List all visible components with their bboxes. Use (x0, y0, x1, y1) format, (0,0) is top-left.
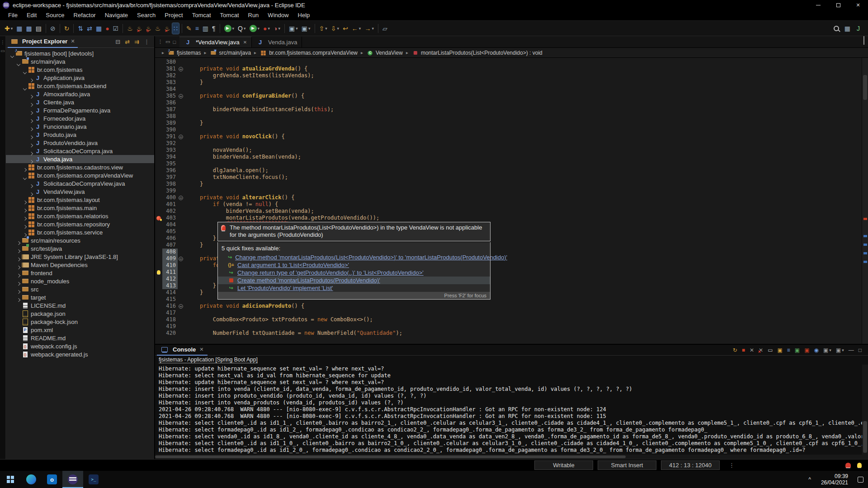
maximize-window-button[interactable] (828, 0, 848, 10)
back-icon[interactable]: ←▾ (350, 23, 363, 34)
code-line[interactable]: 385− private void configuraBinder() { (155, 93, 862, 99)
code-line[interactable]: 381− private void atualizaGrdVenda() { (155, 66, 862, 72)
show-whitespace-icon[interactable]: ¶ (211, 23, 217, 34)
menu-tomcat[interactable]: Tomcat (216, 10, 244, 20)
code-line[interactable]: 391− private void novoClick() { (155, 133, 862, 140)
quick-fix-link[interactable]: Let 'ProdutoVendido' implement 'List' (237, 285, 333, 291)
annotation-marker[interactable] (863, 261, 867, 263)
quick-fix-link[interactable]: Create method 'montarListaProdutos(Produ… (237, 277, 380, 284)
tree-item-produto-java[interactable]: Produto.java (6, 131, 154, 139)
display-selected-console-icon[interactable]: ▣▾ (822, 346, 833, 355)
tree-item-vendaview-java[interactable]: VendaView.java (6, 188, 154, 196)
minimize-console-icon[interactable]: — (847, 346, 855, 355)
code-line[interactable]: 384 (155, 86, 862, 93)
code-line[interactable]: 396 dlgJanela.open(); (155, 167, 862, 174)
breadcrumb-item-montarlistaprodutos[interactable]: montarListaProdutos(List<ProdutoVendido>… (410, 49, 543, 56)
code-line[interactable]: 399 (155, 188, 862, 194)
quick-fix-link[interactable]: Change return type of 'getProdutoVendido… (237, 269, 424, 276)
tree-item-br-com-fjsistemas-service[interactable]: br.com.fjsistemas.service (6, 228, 154, 236)
fold-collapse-icon[interactable]: − (179, 304, 183, 309)
tray-chevron-icon[interactable]: ^ (803, 476, 816, 483)
close-explorer-icon[interactable]: ✕ (71, 38, 75, 44)
tree-item-webpack-config-js[interactable]: webpack.config.js (6, 342, 154, 350)
breadcrumb-item-fjsistemas[interactable]: fjsistemas (166, 49, 202, 56)
new-wizard-icon[interactable]: ✚▾ (3, 23, 14, 34)
taskbar-clock[interactable]: 09:39 26/04/2021 (816, 473, 853, 486)
build-all-icon[interactable]: ↻ (63, 23, 71, 34)
code-line[interactable]: 398 } (155, 181, 862, 188)
tree-item-br-com-fjsistemas-repository[interactable]: br.com.fjsistemas.repository (6, 220, 154, 228)
code-line[interactable]: 386 (155, 99, 862, 106)
tree-item-br-com-fjsistemas-relatorios[interactable]: br.com.fjsistemas.relatorios (6, 212, 154, 220)
minimize-editor-icon[interactable]: ▭ (165, 39, 170, 45)
tree-item-src-test-java[interactable]: src/test/java (6, 244, 154, 253)
tab-venda-java[interactable]: Venda.java (252, 37, 302, 47)
validate-icon[interactable]: ☑ (112, 23, 120, 34)
tree-item-src-main-resources[interactable]: src/main/resources (6, 236, 154, 244)
java-ee-perspective-icon[interactable]: ▦ (843, 23, 852, 34)
collapse-all-icon[interactable]: ⊟ (115, 39, 120, 45)
quickfix-bulb-icon[interactable] (157, 270, 160, 274)
quick-fix-item[interactable]: ↪Change return type of 'getProdutoVendid… (218, 269, 490, 277)
tree-item-funcionario-java[interactable]: Funcionario.java (6, 122, 154, 131)
start-button[interactable] (0, 471, 21, 488)
tree-item-pom-xml[interactable]: pom.xml (6, 326, 154, 334)
code-line[interactable]: 402 binderVenda.setBean(venda); (155, 208, 862, 215)
code-line[interactable]: 387 binderVenda.bindInstanceFields(this)… (155, 106, 862, 113)
code-line[interactable]: 394 binderVenda.setBean(venda); (155, 154, 862, 160)
code-line[interactable]: 419 (155, 323, 862, 330)
menu-navigate[interactable]: Navigate (100, 10, 132, 20)
project-explorer-tab[interactable]: Project Explorer ✕ (8, 36, 78, 48)
code-line[interactable]: 389 } (155, 120, 862, 127)
menu-search[interactable]: Search (132, 10, 160, 20)
skip-all-breakpoints-icon[interactable]: ⊘ (49, 23, 57, 34)
scroll-lock-icon[interactable]: ▣ (776, 346, 783, 355)
view-menu-icon[interactable]: ⋮ (144, 39, 150, 45)
tree-item-src[interactable]: src (6, 285, 154, 293)
quick-fix-link[interactable]: Change method 'montarListaProdutos(List<… (235, 254, 507, 261)
fold-collapse-icon[interactable]: − (179, 196, 183, 200)
code-line[interactable]: 420 NumberField txtQuantidade = new Numb… (155, 330, 862, 337)
pin-console-icon[interactable]: ◉ (813, 346, 820, 355)
code-line[interactable]: 401 if (venda != null) { (155, 201, 862, 208)
overview-ruler[interactable] (862, 58, 868, 344)
fold-collapse-icon[interactable]: − (179, 257, 183, 261)
console-vertical-scrollbar[interactable] (862, 365, 868, 455)
maximize-console-icon[interactable]: □ (857, 346, 863, 355)
code-line[interactable]: 395 (155, 160, 862, 167)
breadcrumb-item-vendaview[interactable]: VendaView (365, 49, 404, 56)
code-line[interactable]: 382 grdVenda.setItems(listaVendas); (155, 72, 862, 79)
annotate-icon[interactable]: ✎ (185, 23, 193, 34)
view-menu-icon[interactable]: ⋮ (158, 39, 163, 45)
tomcat-debug-start-icon[interactable]: ♨ (154, 23, 162, 34)
annotation-marker[interactable] (863, 235, 867, 237)
tree-item-br-com-fjsistemas-compravendaview[interactable]: br.com.fjsistemas.compraVendaView (6, 171, 154, 179)
tomcat-restart-icon[interactable]: ♨↻ (144, 23, 153, 34)
quick-access-search-icon[interactable] (834, 26, 839, 31)
tree-item-br-com-fjsistemas-layout[interactable]: br.com.fjsistemas.layout (6, 196, 154, 204)
tree-item-br-com-fjsistemas-cadastros-view[interactable]: br.com.fjsistemas.cadastros.view (6, 163, 154, 171)
code-line[interactable]: 383 } (155, 79, 862, 86)
tree-item-maven-dependencies[interactable]: Maven Dependencies (6, 261, 154, 269)
open-perspective-icon[interactable]: ▣▾ (288, 23, 299, 34)
tree-item-package-json[interactable]: package.json (6, 310, 154, 318)
console-horizontal-scrollbar[interactable] (155, 455, 868, 459)
link-with-editor-icon[interactable]: ⇄ (125, 39, 130, 45)
maximize-editor-icon[interactable]: □ (173, 39, 176, 45)
breadcrumb-item-br-com-fjsistemas-compravendaview[interactable]: br.com.fjsistemas.compraVendaView (259, 49, 359, 56)
show-stderr-icon[interactable]: ▣ (803, 346, 811, 355)
tree-item-package-lock-json[interactable]: package-lock.json (6, 318, 154, 326)
breadcrumb-item-src-main-java[interactable]: src/main/java (208, 49, 252, 56)
fast-view-icon[interactable]: ▭ (0, 48, 5, 53)
open-view-icon[interactable]: ▣▾ (300, 23, 312, 34)
publish-to-server-icon[interactable]: ⇅ (76, 23, 85, 34)
focus-view-icon[interactable]: ⇉ (134, 39, 139, 45)
sync-with-server-icon[interactable]: ⇄ (85, 23, 94, 34)
remove-launch-icon[interactable]: ✕ (748, 346, 755, 355)
restore-view-icon[interactable]: ⋮ (0, 40, 5, 45)
tree-item-cliente-java[interactable]: Cliente.java (6, 98, 154, 106)
editor-scrollbar-thumb[interactable] (863, 75, 867, 100)
profile-icon[interactable]: ●▾ (262, 23, 271, 34)
menu-project[interactable]: Project (160, 10, 187, 20)
tree-item-produtovendido-java[interactable]: ProdutoVendido.java (6, 139, 154, 147)
